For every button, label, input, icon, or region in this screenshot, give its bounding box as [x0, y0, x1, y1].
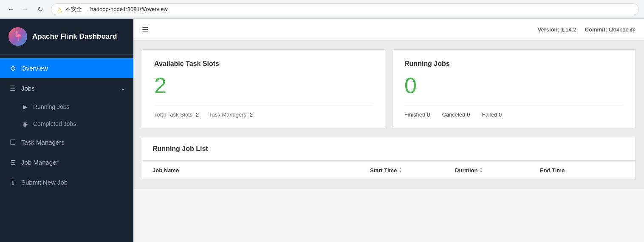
canceled-stat: Canceled 0: [442, 111, 470, 118]
submit-job-icon: ⇧: [8, 178, 17, 186]
app-container: 🦩 Apache Flink Dashboard ⊙ Overview ☰ Jo…: [0, 19, 644, 242]
sidebar-item-overview[interactable]: ⊙ Overview: [0, 58, 133, 78]
sidebar-item-jobs[interactable]: ☰ Jobs ⌄: [0, 78, 133, 98]
total-task-slots-stat: Total Task Slots 2: [154, 111, 199, 118]
sidebar-item-running-jobs[interactable]: ▶ Running Jobs: [0, 98, 133, 115]
start-time-sort-icon: ▲▼: [398, 167, 402, 174]
sidebar-item-task-managers[interactable]: ☐ Task Managers: [0, 132, 133, 152]
sidebar-item-job-manager-label: Job Manager: [21, 159, 59, 166]
sidebar-item-completed-jobs[interactable]: ◉ Completed Jobs: [0, 115, 133, 132]
available-task-slots-card: Available Task Slots 2 Total Task Slots …: [142, 49, 385, 128]
task-managers-icon: ☐: [8, 138, 17, 146]
sidebar-item-jobs-label: Jobs: [21, 85, 35, 92]
sidebar-item-submit-new-job[interactable]: ⇧ Submit New Job: [0, 172, 133, 192]
running-job-list-card: Running Job List Job Name Start Time ▲▼ …: [142, 137, 636, 180]
sidebar-item-submit-new-job-label: Submit New Job: [21, 179, 68, 186]
running-jobs-card-value: 0: [404, 74, 623, 97]
completed-jobs-icon: ◉: [21, 120, 29, 127]
running-jobs-icon: ▶: [21, 103, 29, 110]
version-info: Version: 1.14.2 Commit: 6fd4b1c @: [538, 26, 636, 33]
failed-stat: Failed 0: [482, 111, 502, 118]
browser-chrome: ← → ↻ △ 不安全 | hadoop-node1:8081/#/overvi…: [0, 0, 644, 19]
running-job-list-title: Running Job List: [153, 145, 208, 152]
running-job-list-header: Running Job List: [142, 137, 635, 161]
finished-stat: Finished 0: [404, 111, 430, 118]
running-jobs-card: Running Jobs 0 Finished 0 Canceled 0 Fai…: [392, 49, 636, 128]
running-jobs-stats: Finished 0 Canceled 0 Failed 0: [404, 105, 623, 118]
job-manager-icon: ⊞: [8, 158, 17, 166]
commit-text: Commit: 6fd4b1c @: [585, 26, 636, 33]
sidebar: 🦩 Apache Flink Dashboard ⊙ Overview ☰ Jo…: [0, 19, 133, 242]
hamburger-menu-icon[interactable]: ☰: [142, 25, 149, 34]
sidebar-nav: ⊙ Overview ☰ Jobs ⌄ ▶ Running Jobs ◉ Com…: [0, 55, 133, 242]
overview-icon: ⊙: [8, 64, 17, 72]
available-task-slots-title: Available Task Slots: [154, 60, 373, 68]
cards-row: Available Task Slots 2 Total Task Slots …: [133, 41, 644, 137]
separator: |: [85, 6, 87, 12]
jobs-icon: ☰: [8, 84, 17, 92]
forward-button[interactable]: →: [20, 3, 31, 15]
col-duration[interactable]: Duration ▲▼: [455, 167, 540, 174]
sidebar-item-completed-jobs-label: Completed Jobs: [33, 120, 76, 127]
sidebar-item-task-managers-label: Task Managers: [21, 139, 65, 146]
sidebar-item-job-manager[interactable]: ⊞ Job Manager: [0, 152, 133, 172]
refresh-button[interactable]: ↻: [34, 3, 46, 15]
version-text: Version: 1.14.2: [538, 26, 576, 33]
col-end-time: End Time: [540, 167, 625, 174]
main-content: ☰ Version: 1.14.2 Commit: 6fd4b1c @ Avai…: [133, 19, 644, 242]
available-task-slots-value: 2: [154, 74, 373, 97]
available-task-slots-stats: Total Task Slots 2 Task Managers 2: [154, 105, 373, 118]
back-button[interactable]: ←: [5, 3, 17, 15]
col-job-name: Job Name: [153, 167, 370, 174]
brand-title: Apache Flink Dashboard: [32, 32, 117, 41]
duration-sort-icon: ▲▼: [479, 167, 483, 174]
security-warning-icon: △: [57, 6, 62, 13]
security-warning-text: 不安全: [65, 6, 82, 13]
url-text: hadoop-node1:8081/#/overview: [90, 6, 167, 12]
jobs-chevron-icon: ⌄: [121, 85, 125, 91]
top-bar: ☰ Version: 1.14.2 Commit: 6fd4b1c @: [133, 19, 644, 41]
sidebar-brand: 🦩 Apache Flink Dashboard: [0, 19, 133, 55]
col-start-time[interactable]: Start Time ▲▼: [370, 167, 455, 174]
sidebar-item-overview-label: Overview: [21, 65, 48, 72]
task-managers-stat: Task Managers 2: [209, 111, 253, 118]
running-job-list-section: Running Job List Job Name Start Time ▲▼ …: [133, 137, 644, 189]
brand-logo: 🦩: [8, 27, 27, 46]
address-bar[interactable]: △ 不安全 | hadoop-node1:8081/#/overview: [51, 3, 639, 15]
table-header: Job Name Start Time ▲▼ Duration ▲▼ End T…: [142, 161, 635, 180]
running-jobs-card-title: Running Jobs: [404, 60, 623, 68]
sidebar-item-running-jobs-label: Running Jobs: [33, 103, 70, 110]
